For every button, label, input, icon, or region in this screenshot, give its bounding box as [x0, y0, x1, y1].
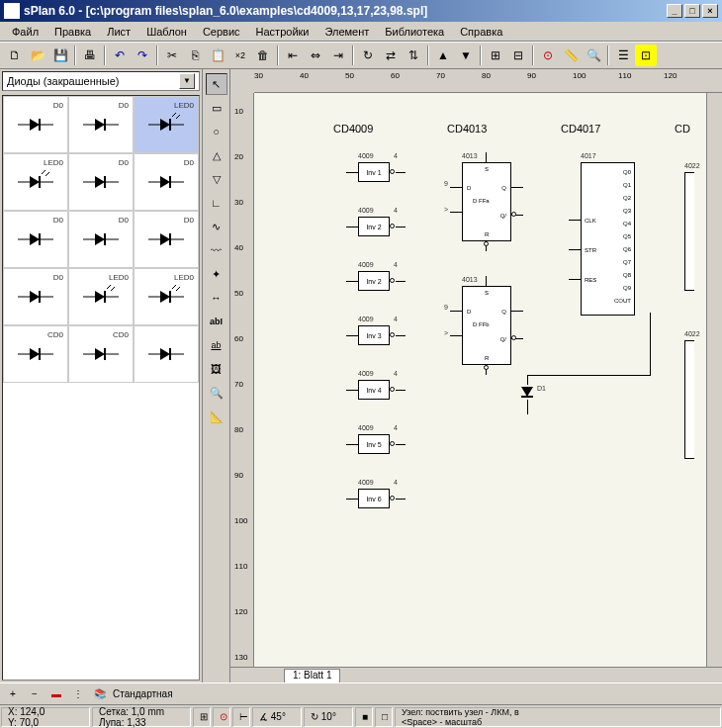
find-icon[interactable]: 🔍 — [583, 45, 604, 66]
category-dropdown[interactable]: Диоды (закрашенные) ▼ — [2, 71, 200, 91]
palette-item[interactable]: LED0 — [134, 96, 199, 153]
ruler-icon[interactable]: 📏 — [560, 45, 582, 66]
inverter-chip[interactable]: Inv 1 — [358, 162, 390, 182]
scrollbar-vertical[interactable] — [706, 93, 722, 667]
rotate-icon[interactable]: ↻ — [357, 45, 379, 66]
group-icon[interactable]: ⊞ — [485, 45, 506, 66]
delete-icon[interactable]: 🗑 — [252, 45, 274, 66]
open-icon[interactable]: 📂 — [27, 45, 48, 66]
palette-item[interactable]: D0 — [68, 153, 134, 211]
palette-item[interactable]: D0 — [68, 211, 134, 268]
menu-library[interactable]: Библиотека — [377, 24, 452, 40]
poly2-tool[interactable]: ▽ — [206, 168, 227, 190]
status-angle2[interactable]: ↻ 10° — [304, 707, 353, 727]
inverter-chip[interactable]: Inv 2 — [358, 271, 390, 291]
circle-tool[interactable]: ○ — [206, 121, 227, 142]
text-tool[interactable]: abI — [206, 311, 227, 332]
back-icon[interactable]: ▼ — [455, 45, 477, 66]
palette-item[interactable]: D0 — [68, 96, 134, 153]
close-button[interactable]: × — [702, 4, 718, 18]
palette-item[interactable]: D0 — [134, 211, 199, 268]
add-icon[interactable]: + — [4, 686, 22, 702]
measure-tool[interactable]: 📐 — [206, 406, 227, 427]
dimension-tool[interactable]: ↔ — [206, 287, 227, 309]
copy-icon[interactable]: ⎘ — [184, 45, 206, 66]
image-tool[interactable]: 🖼 — [206, 358, 227, 380]
align-right-icon[interactable]: ⇥ — [327, 45, 349, 66]
ortho-toggle[interactable]: ⊢ — [232, 707, 250, 727]
line-tool[interactable]: ∟ — [206, 192, 227, 214]
menu-service[interactable]: Сервис — [195, 24, 248, 40]
dropdown-icon[interactable]: ▼ — [179, 73, 195, 89]
menu-element[interactable]: Элемент — [316, 24, 377, 40]
palette-item[interactable]: CD0 — [3, 325, 68, 383]
inverter-chip[interactable]: Inv 2 — [358, 217, 390, 236]
ungroup-icon[interactable]: ⊟ — [507, 45, 529, 66]
outline-toggle[interactable]: □ — [375, 707, 393, 727]
zoom-fit-icon[interactable]: ⊡ — [635, 45, 657, 66]
minimize-button[interactable]: _ — [667, 4, 682, 18]
align-center-icon[interactable]: ⇔ — [305, 45, 326, 66]
lib-props-icon[interactable]: ⋮ — [69, 686, 87, 702]
new-icon[interactable]: 🗋 — [4, 45, 26, 66]
inverter-chip[interactable]: Inv 6 — [358, 489, 390, 508]
lib-edit-icon[interactable]: ▬ — [47, 686, 65, 702]
flipflop-chip[interactable]: S D Q D FFb Q/ R — [462, 286, 511, 365]
palette-item[interactable]: LED0 — [134, 268, 199, 325]
palette-item[interactable]: LED0 — [3, 153, 68, 211]
palette-item[interactable]: LED0 — [68, 268, 134, 325]
schematic-canvas[interactable]: CD4009CD4013CD4017CD4009Inv 1 44009Inv 2… — [254, 93, 706, 667]
menu-settings[interactable]: Настройки — [248, 24, 317, 40]
grid-toggle[interactable]: ⊞ — [193, 707, 211, 727]
palette-item[interactable]: D0 — [134, 153, 199, 211]
poly-tool[interactable]: △ — [206, 144, 227, 166]
svg-marker-33 — [95, 233, 105, 245]
menu-template[interactable]: Шаблон — [138, 24, 195, 40]
cursor-tool[interactable]: ↖ — [206, 73, 227, 95]
inverter-chip[interactable]: Inv 5 — [358, 434, 390, 454]
undo-icon[interactable]: ↶ — [109, 45, 131, 66]
svg-marker-29 — [30, 233, 40, 245]
node-tool[interactable]: ✦ — [206, 263, 227, 285]
cut-icon[interactable]: ✂ — [161, 45, 183, 66]
print-icon[interactable]: 🖶 — [79, 45, 101, 66]
label-tool[interactable]: ab — [206, 334, 227, 356]
redo-icon[interactable]: ↷ — [132, 45, 153, 66]
align-left-icon[interactable]: ⇤ — [282, 45, 304, 66]
palette-item[interactable]: D0 — [3, 211, 68, 268]
inverter-chip[interactable]: Inv 3 — [358, 325, 390, 345]
maximize-button[interactable]: □ — [684, 4, 700, 18]
chip-partial[interactable] — [684, 172, 694, 291]
remove-icon[interactable]: − — [26, 686, 44, 702]
palette-item[interactable] — [134, 325, 199, 383]
menu-help[interactable]: Справка — [452, 24, 510, 40]
menu-file[interactable]: Файл — [4, 24, 46, 40]
chip-partial[interactable] — [684, 340, 694, 459]
palette-item[interactable]: CD0 — [68, 325, 134, 383]
rect-tool[interactable]: ▭ — [206, 97, 227, 119]
save-icon[interactable]: 💾 — [49, 45, 71, 66]
front-icon[interactable]: ▲ — [432, 45, 454, 66]
flip-v-icon[interactable]: ⇅ — [403, 45, 424, 66]
sheet-tab[interactable]: 1: Blatt 1 — [284, 669, 340, 682]
snap-toggle[interactable]: ⊙ — [213, 707, 230, 727]
paste-icon[interactable]: 📋 — [207, 45, 228, 66]
flipflop-chip[interactable]: S D Q D FFa Q/ R — [462, 162, 511, 241]
palette-item[interactable]: D0 — [3, 96, 68, 153]
freehand-tool[interactable]: 〰 — [206, 239, 227, 261]
snap-icon[interactable]: ⊙ — [537, 45, 559, 66]
status-angle1[interactable]: ∡ 45° — [252, 707, 302, 727]
inverter-chip[interactable]: Inv 4 — [358, 380, 390, 400]
library-name: Стандартная — [113, 688, 173, 699]
bezier-tool[interactable]: ∿ — [206, 216, 227, 237]
duplicate-icon[interactable]: ×2 — [229, 45, 251, 66]
flip-h-icon[interactable]: ⇄ — [380, 45, 402, 66]
list-icon[interactable]: ☰ — [612, 45, 634, 66]
zoom-tool[interactable]: 🔍 — [206, 382, 227, 404]
counter-chip[interactable]: Q0Q1Q2Q3Q4Q5Q6Q7Q8Q9COUTCLKSTRRES — [581, 162, 635, 316]
palette-item[interactable]: D0 — [3, 268, 68, 325]
lib-book-icon[interactable]: 📚 — [91, 686, 109, 702]
fill-toggle[interactable]: ■ — [355, 707, 373, 727]
menu-edit[interactable]: Правка — [46, 24, 99, 40]
menu-sheet[interactable]: Лист — [99, 24, 138, 40]
